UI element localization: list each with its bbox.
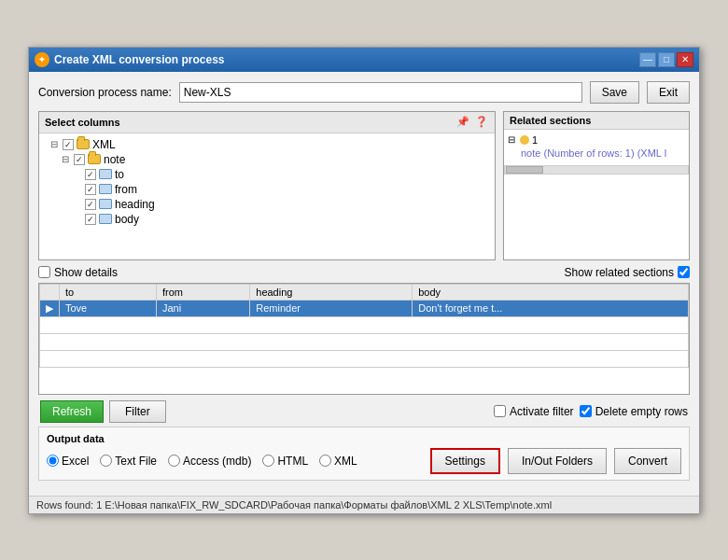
expand-related-1[interactable]: ⊟ xyxy=(508,134,517,145)
col-body: body xyxy=(413,284,689,300)
tree-item-note[interactable]: ⊟ note xyxy=(43,152,491,167)
tree-area: ⊟ XML ⊟ note xyxy=(39,133,495,231)
tree-item-body[interactable]: body xyxy=(43,212,491,227)
related-panel: Related sections ⊟ 1 note (Number of row… xyxy=(503,111,690,260)
tree-label-xml: XML xyxy=(92,138,116,151)
tree-item-xml[interactable]: ⊟ XML xyxy=(43,137,491,152)
radio-excel-input[interactable] xyxy=(47,455,59,467)
delete-empty-label[interactable]: Delete empty rows xyxy=(580,405,688,418)
show-related-text: Show related sections xyxy=(565,266,674,279)
scrollbar-thumb[interactable] xyxy=(506,166,543,174)
related-item-1[interactable]: ⊟ 1 xyxy=(508,133,685,147)
related-panel-header: Related sections xyxy=(504,112,689,130)
show-related-label[interactable]: Show related sections xyxy=(565,266,690,279)
radio-access-label: Access (mdb) xyxy=(183,455,251,468)
field-from-icon xyxy=(99,184,112,194)
show-details-checkbox[interactable] xyxy=(38,266,50,278)
radio-excel-label: Excel xyxy=(62,455,89,468)
columns-panel-header: Select columns 📌 ❓ xyxy=(39,112,495,133)
related-item-note[interactable]: note (Number of rows: 1) (XML l xyxy=(508,147,685,160)
table-area: to from heading body ▶ Tove Jani Reminde… xyxy=(38,283,690,395)
related-label-1: 1 xyxy=(532,134,538,146)
related-scrollbar[interactable] xyxy=(504,165,689,175)
title-bar: ✦ Create XML conversion process — □ ✕ xyxy=(29,48,699,72)
in-out-button[interactable]: In/Out Folders xyxy=(508,448,607,474)
cell-to: Tove xyxy=(60,300,157,316)
radio-access[interactable]: Access (mdb) xyxy=(168,455,251,468)
table-row[interactable]: ▶ Tove Jani Reminder Don't forget me t..… xyxy=(40,300,689,316)
checkbox-xml[interactable] xyxy=(63,139,74,150)
tree-label-to: to xyxy=(115,168,124,181)
name-input[interactable] xyxy=(179,82,582,103)
radio-group: Excel Text File Access (mdb) HTML xyxy=(47,455,357,468)
exit-button[interactable]: Exit xyxy=(647,81,690,104)
radio-textfile-label: Text File xyxy=(115,455,157,468)
checkbox-to[interactable] xyxy=(85,169,96,180)
delete-empty-text: Delete empty rows xyxy=(595,405,688,418)
radio-textfile[interactable]: Text File xyxy=(100,455,157,468)
show-related-checkbox[interactable] xyxy=(678,266,690,278)
activate-filter-text: Activate filter xyxy=(510,405,574,418)
checkbox-note[interactable] xyxy=(74,154,85,165)
output-row: Excel Text File Access (mdb) HTML xyxy=(47,448,681,474)
table-row-empty-3 xyxy=(40,350,689,367)
radio-textfile-input[interactable] xyxy=(100,455,112,467)
tree-label-from: from xyxy=(115,183,137,196)
columns-panel: Select columns 📌 ❓ ⊟ XML xyxy=(38,111,496,260)
table-row-empty-1 xyxy=(40,316,689,333)
expand-xml[interactable]: ⊟ xyxy=(50,139,60,149)
name-label: Conversion process name: xyxy=(38,86,172,99)
activate-filter-checkbox[interactable] xyxy=(494,405,506,417)
save-button[interactable]: Save xyxy=(590,81,639,104)
cell-from: Jani xyxy=(156,300,249,316)
col-arrow xyxy=(40,284,60,300)
settings-button[interactable]: Settings xyxy=(430,448,500,474)
pin-icon[interactable]: 📌 xyxy=(455,115,470,130)
columns-panel-title: Select columns xyxy=(45,117,120,128)
help-icon[interactable]: ❓ xyxy=(474,115,489,130)
cell-body: Don't forget me t... xyxy=(413,300,689,316)
checkbox-from[interactable] xyxy=(85,184,96,195)
expand-note[interactable]: ⊟ xyxy=(62,154,71,164)
checkbox-body[interactable] xyxy=(85,214,96,225)
row-arrow: ▶ xyxy=(40,300,60,316)
col-from: from xyxy=(156,284,249,300)
col-to: to xyxy=(60,284,157,300)
radio-access-input[interactable] xyxy=(168,455,180,467)
radio-xml-input[interactable] xyxy=(319,455,331,467)
tree-item-heading[interactable]: heading xyxy=(43,197,491,212)
checkbox-heading[interactable] xyxy=(85,199,96,210)
bullet-1 xyxy=(520,135,529,145)
convert-button[interactable]: Convert xyxy=(614,448,681,474)
show-details-text: Show details xyxy=(54,266,118,279)
radio-html[interactable]: HTML xyxy=(262,455,308,468)
panel-header-icons: 📌 ❓ xyxy=(455,115,489,130)
delete-empty-checkbox[interactable] xyxy=(580,405,592,417)
filter-button[interactable]: Filter xyxy=(109,400,166,423)
close-button[interactable]: ✕ xyxy=(677,52,693,67)
activate-filter-label[interactable]: Activate filter xyxy=(494,405,574,418)
refresh-button[interactable]: Refresh xyxy=(40,400,104,423)
related-tree: ⊟ 1 note (Number of rows: 1) (XML l xyxy=(504,130,689,163)
output-label: Output data xyxy=(47,433,681,444)
tree-item-to[interactable]: to xyxy=(43,167,491,182)
title-bar-left: ✦ Create XML conversion process xyxy=(35,52,225,67)
cell-heading: Reminder xyxy=(250,300,413,316)
tree-label-body: body xyxy=(115,213,139,226)
radio-excel[interactable]: Excel xyxy=(47,455,89,468)
output-section: Output data Excel Text File Access (mdb) xyxy=(38,427,690,481)
status-text: Rows found: 1 E:\Новая папка\FIX_RW_SDCA… xyxy=(36,499,552,511)
radio-xml[interactable]: XML xyxy=(319,455,357,468)
field-to-icon xyxy=(99,169,112,179)
show-details-label[interactable]: Show details xyxy=(38,266,118,279)
maximize-button[interactable]: □ xyxy=(658,52,675,67)
name-row: Conversion process name: Save Exit xyxy=(38,81,690,104)
minimize-button[interactable]: — xyxy=(639,52,656,67)
window-title: Create XML conversion process xyxy=(54,53,225,66)
app-icon: ✦ xyxy=(35,52,49,67)
checkbox-row: Show details Show related sections xyxy=(38,266,690,279)
related-note-link[interactable]: note (Number of rows: 1) (XML l xyxy=(521,147,666,159)
radio-html-input[interactable] xyxy=(262,455,274,467)
tree-item-from[interactable]: from xyxy=(43,182,491,197)
data-table: to from heading body ▶ Tove Jani Reminde… xyxy=(39,284,689,368)
